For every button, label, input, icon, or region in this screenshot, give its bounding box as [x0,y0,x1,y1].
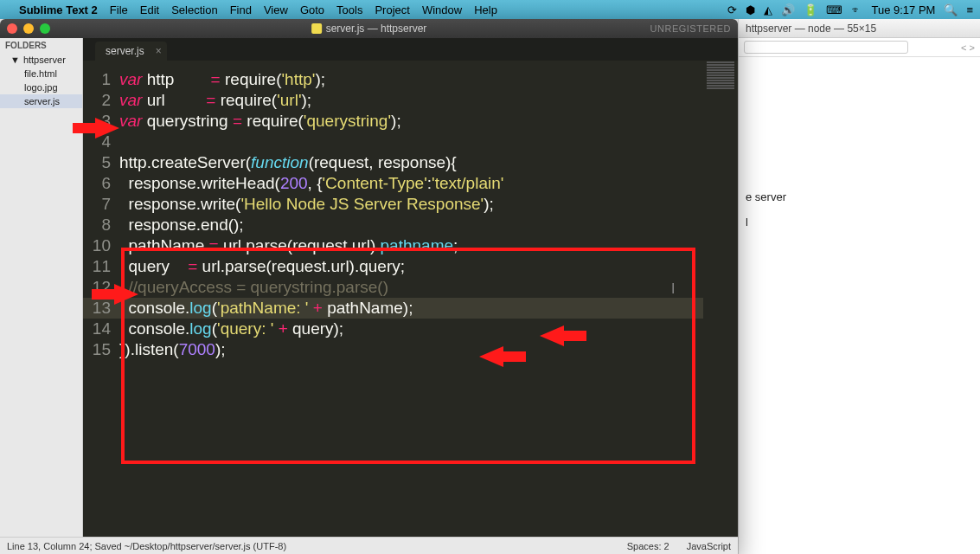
dropbox-icon[interactable]: ⬢ [746,3,755,16]
terminal-line: e server [746,190,973,203]
text-cursor-icon: I [671,279,675,300]
close-tab-icon[interactable]: × [156,45,162,57]
app-name[interactable]: Sublime Text 2 [19,3,98,16]
sidebar-file[interactable]: logo.jpg [0,81,82,94]
annotation-arrow [114,284,138,305]
line-number: 11 [83,256,119,277]
menu-find[interactable]: Find [230,3,252,16]
annotation-arrow [479,346,503,367]
terminal-titlebar[interactable]: httpserver — node — 55×15 [739,19,980,38]
volume-icon[interactable]: 🔊 [781,3,795,16]
status-spaces[interactable]: Spaces: 2 [627,541,669,551]
sidebar-folder-name: httpserver [23,55,66,65]
menu-selection[interactable]: Selection [171,3,217,16]
line-number: 8 [83,215,119,235]
notifications-icon[interactable]: ≡ [966,3,973,16]
sidebar-file-selected[interactable]: server.js [0,94,82,108]
menu-tools[interactable]: Tools [336,3,362,16]
wifi-icon[interactable]: ᯤ [851,3,862,16]
menu-project[interactable]: Project [375,3,409,16]
line-number: 14 [83,319,119,339]
menu-goto[interactable]: Goto [300,3,324,16]
spotlight-icon[interactable]: 🔍 [944,3,958,16]
annotation-arrow [95,118,119,138]
annotation-box [121,248,695,464]
sync-icon[interactable]: ⟳ [727,3,737,16]
status-language[interactable]: JavaScript [687,541,731,551]
menu-window[interactable]: Window [422,3,462,16]
js-file-icon [311,23,322,34]
status-left: Line 13, Column 24; Saved ~/Desktop/http… [7,541,286,551]
terminal-toolbar: < > [739,38,980,57]
code-area[interactable]: 1var http = require('http'); 2var url = … [83,61,738,537]
sublime-window: server.js — httpserver UNREGISTERED FOLD… [0,19,738,554]
drive-icon[interactable]: ◭ [764,3,772,16]
clock[interactable]: Tue 9:17 PM [871,3,935,16]
window-title: server.js — httpserver [326,23,427,35]
tab-server-js[interactable]: server.js × [95,42,167,61]
battery-icon[interactable]: 🔋 [804,3,817,16]
line-number: 5 [83,152,119,173]
terminal-nav[interactable]: < > [961,42,975,53]
sidebar-folder[interactable]: ▼ httpserver [0,53,82,67]
menubar-right: ⟳ ⬢ ◭ 🔊 🔋 ⌨︎ ᯤ Tue 9:17 PM 🔍 ≡ [727,3,973,16]
close-icon[interactable] [7,23,17,34]
line-number: 2 [83,90,119,111]
unregistered-label: UNREGISTERED [650,23,731,34]
sidebar[interactable]: FOLDERS ▼ httpserver file.html logo.jpg … [0,38,83,537]
line-number: 15 [83,339,119,360]
menu-file[interactable]: File [110,3,128,16]
terminal-line: l [746,216,973,229]
sublime-titlebar[interactable]: server.js — httpserver UNREGISTERED [0,19,738,38]
disclosure-triangle-icon[interactable]: ▼ [10,55,20,65]
zoom-icon[interactable] [40,23,50,34]
annotation-arrow [540,325,564,346]
minimap[interactable] [703,61,738,537]
menu-view[interactable]: View [264,3,288,16]
sidebar-file[interactable]: file.html [0,67,82,81]
status-bar[interactable]: Line 13, Column 24; Saved ~/Desktop/http… [0,537,738,554]
editor: server.js × 1var http = require('http');… [83,38,738,537]
menu-help[interactable]: Help [474,3,497,16]
minimize-icon[interactable] [23,23,34,34]
terminal-title: httpserver — node — 55×15 [746,23,876,35]
lang-icon[interactable]: ⌨︎ [826,3,842,16]
terminal-body[interactable]: e server l [739,57,980,232]
mac-menubar: Sublime Text 2 File Edit Selection Find … [0,0,980,19]
line-number: 10 [83,235,119,256]
line-number: 1 [83,69,119,90]
line-number: 6 [83,173,119,194]
terminal-window[interactable]: httpserver — node — 55×15 < > e server l [738,19,980,554]
sidebar-header: FOLDERS [0,38,82,53]
line-number: 7 [83,194,119,215]
terminal-addressbar[interactable] [744,41,908,54]
menu-edit[interactable]: Edit [140,3,159,16]
tab-label: server.js [106,45,144,57]
tab-bar[interactable]: server.js × [83,38,738,61]
